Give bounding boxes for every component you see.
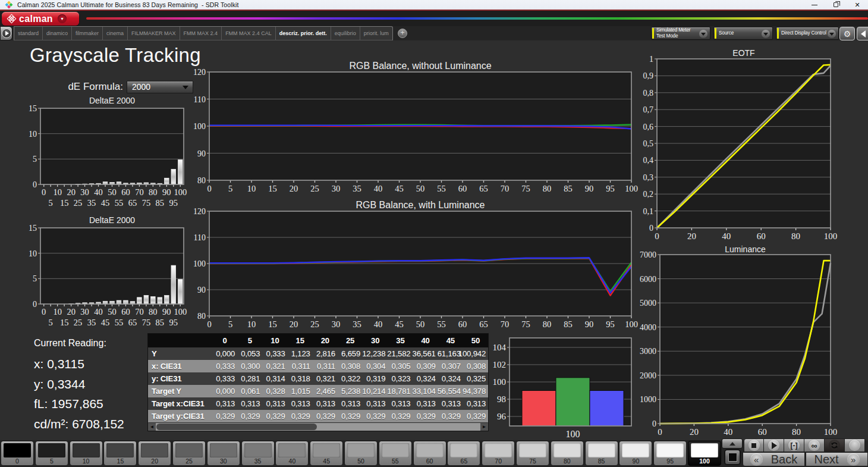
pattern-patch-15[interactable]: 15 [103, 441, 137, 466]
table-cell: 56,554 [438, 385, 463, 397]
next-button[interactable]: Next » [806, 452, 868, 466]
svg-text:Luminance: Luminance [725, 245, 766, 254]
collapse-panel-button[interactable] [857, 27, 868, 40]
pattern-patch-5[interactable]: 5 [35, 441, 68, 466]
source-dropdown[interactable]: Source [713, 27, 773, 40]
tab-standard[interactable]: standard [14, 27, 43, 40]
table-row: Target y:CIE310,3290,3290,3290,3290,3290… [148, 410, 488, 422]
svg-text:0,1: 0,1 [643, 207, 654, 216]
pattern-patch-75[interactable]: 75 [516, 441, 549, 466]
scrollbar-thumb[interactable] [156, 424, 317, 430]
svg-text:EOTF: EOTF [732, 48, 754, 58]
svg-text:50: 50 [416, 319, 425, 329]
tab-fmm-max-2-4-cal[interactable]: FMM MAX 2.4 CAL [222, 27, 276, 40]
table-cell: 0,313 [288, 397, 313, 410]
svg-text:20: 20 [290, 319, 298, 329]
svg-text:65: 65 [128, 318, 137, 327]
stop-button[interactable] [744, 438, 764, 452]
pattern-patch-40[interactable]: 40 [275, 441, 309, 466]
tab-filmmaker-max[interactable]: FILMMAKER MAX [128, 27, 180, 40]
pattern-patch-20[interactable]: 20 [138, 441, 171, 466]
patch-swatch [382, 443, 409, 457]
pattern-patch-25[interactable]: 25 [172, 441, 206, 466]
display-control-dropdown[interactable]: Direct Display Control [776, 27, 839, 40]
pattern-patch-30[interactable]: 30 [207, 441, 240, 466]
add-tab-button[interactable]: + [398, 29, 407, 38]
simulated-meter-dropdown[interactable]: Simulated MeterTest Mode [651, 27, 710, 40]
pattern-panel-expand-button[interactable] [722, 438, 743, 449]
table-corner-cell [148, 334, 212, 347]
patch-level-label: 20 [139, 457, 171, 465]
back-button[interactable]: « Back [743, 452, 805, 466]
table-cell: 0,321 [262, 360, 287, 372]
svg-text:40: 40 [374, 184, 383, 193]
svg-text:80: 80 [543, 319, 552, 329]
scroll-right-icon[interactable]: ► [480, 423, 488, 431]
table-cell: 0,313 [237, 397, 262, 410]
tab-fmm-max-2-4[interactable]: FMM MAX 2.4 [180, 27, 222, 40]
pattern-window-button[interactable] [724, 449, 741, 465]
pattern-patch-80[interactable]: 80 [551, 441, 584, 466]
single-measure-button[interactable]: [-] [784, 438, 804, 452]
svg-text:40: 40 [94, 187, 103, 197]
table-cell: 0,329 [338, 410, 363, 422]
patch-swatch [175, 443, 203, 457]
table-cell: 0,333 [212, 360, 237, 372]
column-header-30: 30 [363, 334, 388, 347]
pattern-patch-60[interactable]: 60 [413, 441, 446, 466]
patch-level-label: 30 [207, 457, 240, 465]
pattern-patch-0[interactable]: 0 [1, 441, 34, 466]
table-scrollbar[interactable]: ◄ ► [148, 423, 488, 431]
close-button[interactable]: ✕ [847, 0, 868, 10]
maximize-button[interactable] [825, 0, 847, 10]
loop-measure-button[interactable] [825, 438, 845, 452]
tab-equilibrio[interactable]: equilibrio [331, 27, 360, 40]
pattern-patch-45[interactable]: 45 [310, 441, 343, 466]
single-measure-icon: [-] [791, 442, 798, 449]
pattern-patch-85[interactable]: 85 [585, 441, 618, 466]
calman-menu-button[interactable]: calman ▼ [2, 12, 79, 26]
pattern-patch-10[interactable]: 10 [70, 441, 103, 466]
table-cell: 5,238 [338, 385, 363, 397]
svg-text:80: 80 [149, 307, 158, 316]
patch-level-label: 55 [379, 457, 411, 465]
patch-swatch [553, 443, 581, 457]
tab-priorit-lum[interactable]: priorit. lum [360, 27, 392, 40]
settings-button[interactable]: ⚙ [839, 27, 855, 40]
workflow-play-button[interactable] [0, 26, 12, 40]
minimize-button[interactable] [804, 0, 825, 10]
de-formula-label: dE Formula: [24, 81, 123, 93]
play-icon [772, 442, 777, 449]
svg-text:50: 50 [108, 307, 117, 316]
de-formula-select[interactable]: 2000 [127, 81, 193, 93]
svg-text:102: 102 [493, 360, 507, 369]
pattern-patch-65[interactable]: 65 [447, 441, 480, 466]
measurement-table: 05101520253035404550Y0,0000,0530,3331,12… [147, 333, 489, 431]
svg-text:60: 60 [458, 319, 467, 329]
pattern-patch-50[interactable]: 50 [344, 441, 378, 466]
svg-text:0: 0 [207, 184, 211, 193]
pattern-patch-95[interactable]: 95 [653, 441, 687, 466]
pattern-patch-70[interactable]: 70 [482, 441, 515, 466]
svg-text:100: 100 [625, 319, 638, 329]
tab-cinema[interactable]: cinema [103, 27, 128, 40]
tab-descriz-prior-dett-[interactable]: descriz. prior. dett. [276, 27, 331, 40]
tab-filmmaker[interactable]: filmmaker [72, 27, 103, 40]
chevron-down-icon: ▼ [60, 17, 64, 21]
pattern-patch-90[interactable]: 90 [619, 441, 652, 466]
pattern-window-icon [729, 453, 737, 461]
patch-level-label: 0 [1, 457, 33, 465]
play-measure-button[interactable] [764, 438, 784, 452]
svg-text:0: 0 [207, 319, 211, 329]
pattern-patch-55[interactable]: 55 [379, 441, 412, 466]
svg-text:DeltaE 2000: DeltaE 2000 [89, 215, 135, 225]
svg-text:40: 40 [374, 319, 383, 329]
tab-dinamico[interactable]: dinamico [43, 27, 72, 40]
pattern-patch-100[interactable]: 100 [688, 441, 721, 466]
svg-text:25: 25 [74, 198, 83, 208]
svg-text:0,4: 0,4 [643, 156, 654, 165]
pattern-patch-35[interactable]: 35 [241, 441, 275, 466]
record-button[interactable] [845, 438, 865, 452]
continuous-measure-button[interactable]: ∞ [804, 438, 825, 452]
scroll-left-icon[interactable]: ◄ [148, 423, 156, 431]
